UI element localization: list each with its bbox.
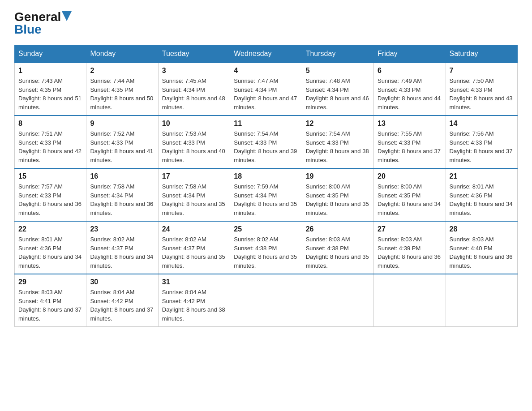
calendar-header-tuesday: Tuesday [158, 45, 230, 63]
day-info: Sunrise: 7:54 AMSunset: 4:33 PMDaylight:… [234, 129, 298, 164]
day-info: Sunrise: 8:04 AMSunset: 4:42 PMDaylight:… [162, 288, 226, 323]
day-number: 22 [18, 225, 82, 233]
day-number: 20 [378, 172, 442, 180]
day-info: Sunrise: 7:51 AMSunset: 4:33 PMDaylight:… [18, 129, 82, 164]
calendar-header-saturday: Saturday [446, 45, 517, 63]
day-info: Sunrise: 8:01 AMSunset: 4:36 PMDaylight:… [18, 235, 82, 270]
day-number: 30 [90, 278, 154, 286]
calendar-cell: 25 Sunrise: 8:02 AMSunset: 4:38 PMDaylig… [230, 221, 302, 274]
calendar-cell: 19 Sunrise: 8:00 AMSunset: 4:35 PMDaylig… [302, 168, 373, 221]
day-info: Sunrise: 8:02 AMSunset: 4:37 PMDaylight:… [90, 235, 154, 270]
day-info: Sunrise: 7:58 AMSunset: 4:34 PMDaylight:… [90, 182, 154, 217]
calendar-cell: 17 Sunrise: 7:58 AMSunset: 4:34 PMDaylig… [158, 168, 230, 221]
logo-general-text: General [14, 11, 61, 23]
logo-blue-text: Blue [14, 23, 42, 36]
calendar-cell [446, 274, 517, 327]
day-info: Sunrise: 7:43 AMSunset: 4:35 PMDaylight:… [18, 77, 82, 111]
calendar-cell: 1 Sunrise: 7:43 AMSunset: 4:35 PMDayligh… [15, 63, 86, 116]
day-info: Sunrise: 7:52 AMSunset: 4:33 PMDaylight:… [90, 129, 154, 164]
day-number: 26 [306, 225, 370, 233]
calendar-cell: 10 Sunrise: 7:53 AMSunset: 4:33 PMDaylig… [158, 116, 230, 168]
calendar-cell: 26 Sunrise: 8:03 AMSunset: 4:38 PMDaylig… [302, 221, 373, 274]
calendar-cell: 23 Sunrise: 8:02 AMSunset: 4:37 PMDaylig… [86, 221, 158, 274]
logo: General Blue [14, 11, 72, 36]
day-number: 13 [378, 120, 442, 128]
calendar-header-friday: Friday [374, 45, 446, 63]
day-number: 17 [162, 172, 226, 180]
day-number: 19 [306, 172, 370, 180]
day-info: Sunrise: 8:03 AMSunset: 4:38 PMDaylight:… [306, 235, 370, 270]
calendar-week-row: 1 Sunrise: 7:43 AMSunset: 4:35 PMDayligh… [15, 63, 518, 116]
day-number: 14 [450, 120, 514, 128]
calendar-cell: 20 Sunrise: 8:00 AMSunset: 4:35 PMDaylig… [374, 168, 446, 221]
calendar-cell: 7 Sunrise: 7:50 AMSunset: 4:33 PMDayligh… [446, 63, 517, 116]
day-info: Sunrise: 7:59 AMSunset: 4:34 PMDaylight:… [234, 182, 298, 217]
day-info: Sunrise: 8:02 AMSunset: 4:37 PMDaylight:… [162, 235, 226, 270]
calendar-cell: 4 Sunrise: 7:47 AMSunset: 4:34 PMDayligh… [230, 63, 302, 116]
day-info: Sunrise: 7:56 AMSunset: 4:33 PMDaylight:… [450, 129, 514, 164]
day-info: Sunrise: 8:02 AMSunset: 4:38 PMDaylight:… [234, 235, 298, 270]
day-info: Sunrise: 7:47 AMSunset: 4:34 PMDaylight:… [234, 77, 298, 111]
calendar-header-row: SundayMondayTuesdayWednesdayThursdayFrid… [15, 45, 518, 63]
day-number: 21 [450, 172, 514, 180]
calendar-cell: 12 Sunrise: 7:54 AMSunset: 4:33 PMDaylig… [302, 116, 373, 168]
calendar-cell: 8 Sunrise: 7:51 AMSunset: 4:33 PMDayligh… [15, 116, 86, 168]
calendar-header-sunday: Sunday [15, 45, 86, 63]
day-number: 3 [162, 67, 226, 75]
calendar-week-row: 22 Sunrise: 8:01 AMSunset: 4:36 PMDaylig… [15, 221, 518, 274]
day-info: Sunrise: 7:58 AMSunset: 4:34 PMDaylight:… [162, 182, 226, 217]
calendar-header-thursday: Thursday [302, 45, 373, 63]
day-number: 31 [162, 278, 226, 286]
day-info: Sunrise: 8:03 AMSunset: 4:41 PMDaylight:… [18, 288, 82, 323]
day-info: Sunrise: 7:53 AMSunset: 4:33 PMDaylight:… [162, 129, 226, 164]
day-info: Sunrise: 8:04 AMSunset: 4:42 PMDaylight:… [90, 288, 154, 323]
day-info: Sunrise: 7:57 AMSunset: 4:33 PMDaylight:… [18, 182, 82, 217]
calendar-cell: 9 Sunrise: 7:52 AMSunset: 4:33 PMDayligh… [86, 116, 158, 168]
calendar-cell [302, 274, 373, 327]
calendar-header-monday: Monday [86, 45, 158, 63]
calendar-cell: 24 Sunrise: 8:02 AMSunset: 4:37 PMDaylig… [158, 221, 230, 274]
day-number: 9 [90, 120, 154, 128]
day-number: 28 [450, 225, 514, 233]
day-info: Sunrise: 7:50 AMSunset: 4:33 PMDaylight:… [450, 77, 514, 111]
logo-triangle-icon [62, 11, 72, 21]
day-number: 24 [162, 225, 226, 233]
day-info: Sunrise: 8:03 AMSunset: 4:39 PMDaylight:… [378, 235, 442, 270]
day-info: Sunrise: 8:01 AMSunset: 4:36 PMDaylight:… [450, 182, 514, 217]
day-info: Sunrise: 8:03 AMSunset: 4:40 PMDaylight:… [450, 235, 514, 270]
day-info: Sunrise: 7:44 AMSunset: 4:35 PMDaylight:… [90, 77, 154, 111]
day-number: 15 [18, 172, 82, 180]
calendar-week-row: 29 Sunrise: 8:03 AMSunset: 4:41 PMDaylig… [15, 274, 518, 327]
day-number: 12 [306, 120, 370, 128]
day-info: Sunrise: 7:48 AMSunset: 4:34 PMDaylight:… [306, 77, 370, 111]
calendar-cell: 29 Sunrise: 8:03 AMSunset: 4:41 PMDaylig… [15, 274, 86, 327]
day-number: 1 [18, 67, 82, 75]
calendar-week-row: 8 Sunrise: 7:51 AMSunset: 4:33 PMDayligh… [15, 116, 518, 168]
day-number: 11 [234, 120, 298, 128]
calendar-cell [374, 274, 446, 327]
svg-marker-0 [62, 11, 72, 21]
day-number: 10 [162, 120, 226, 128]
calendar-cell: 6 Sunrise: 7:49 AMSunset: 4:33 PMDayligh… [374, 63, 446, 116]
calendar-cell: 11 Sunrise: 7:54 AMSunset: 4:33 PMDaylig… [230, 116, 302, 168]
day-number: 23 [90, 225, 154, 233]
calendar-cell: 13 Sunrise: 7:55 AMSunset: 4:33 PMDaylig… [374, 116, 446, 168]
calendar-header-wednesday: Wednesday [230, 45, 302, 63]
day-info: Sunrise: 7:55 AMSunset: 4:33 PMDaylight:… [378, 129, 442, 164]
calendar-cell: 22 Sunrise: 8:01 AMSunset: 4:36 PMDaylig… [15, 221, 86, 274]
calendar-cell: 16 Sunrise: 7:58 AMSunset: 4:34 PMDaylig… [86, 168, 158, 221]
calendar-cell: 5 Sunrise: 7:48 AMSunset: 4:34 PMDayligh… [302, 63, 373, 116]
calendar-table: SundayMondayTuesdayWednesdayThursdayFrid… [14, 45, 518, 327]
calendar-week-row: 15 Sunrise: 7:57 AMSunset: 4:33 PMDaylig… [15, 168, 518, 221]
day-number: 27 [378, 225, 442, 233]
calendar-cell: 14 Sunrise: 7:56 AMSunset: 4:33 PMDaylig… [446, 116, 517, 168]
day-number: 18 [234, 172, 298, 180]
day-number: 25 [234, 225, 298, 233]
calendar-cell: 27 Sunrise: 8:03 AMSunset: 4:39 PMDaylig… [374, 221, 446, 274]
calendar-cell: 31 Sunrise: 8:04 AMSunset: 4:42 PMDaylig… [158, 274, 230, 327]
day-number: 5 [306, 67, 370, 75]
calendar-cell: 21 Sunrise: 8:01 AMSunset: 4:36 PMDaylig… [446, 168, 517, 221]
calendar-cell: 2 Sunrise: 7:44 AMSunset: 4:35 PMDayligh… [86, 63, 158, 116]
page-header: General Blue [14, 11, 518, 36]
calendar-cell: 15 Sunrise: 7:57 AMSunset: 4:33 PMDaylig… [15, 168, 86, 221]
